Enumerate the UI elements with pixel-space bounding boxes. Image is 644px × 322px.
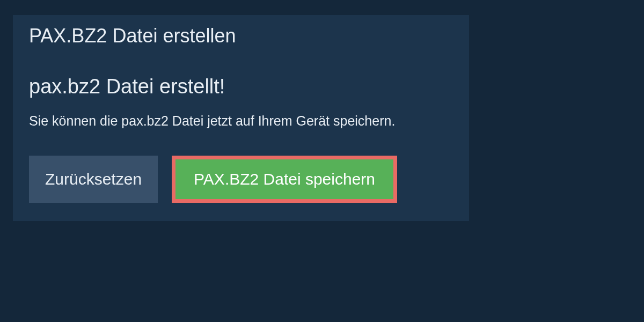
save-button-highlight: PAX.BZ2 Datei speichern <box>172 156 397 203</box>
reset-button[interactable]: Zurücksetzen <box>29 156 158 203</box>
button-row: Zurücksetzen PAX.BZ2 Datei speichern <box>29 156 453 203</box>
status-heading: pax.bz2 Datei erstellt! <box>29 75 453 98</box>
tab-label: PAX.BZ2 Datei erstellen <box>29 25 236 47</box>
status-description: Sie können die pax.bz2 Datei jetzt auf I… <box>29 113 453 129</box>
dialog-content: pax.bz2 Datei erstellt! Sie können die p… <box>13 60 469 221</box>
save-button-label: PAX.BZ2 Datei speichern <box>194 170 375 188</box>
save-file-button[interactable]: PAX.BZ2 Datei speichern <box>175 159 393 199</box>
dialog-panel: PAX.BZ2 Datei erstellen pax.bz2 Datei er… <box>13 15 469 221</box>
tab-create-file[interactable]: PAX.BZ2 Datei erstellen <box>13 15 252 60</box>
reset-button-label: Zurücksetzen <box>45 170 142 188</box>
